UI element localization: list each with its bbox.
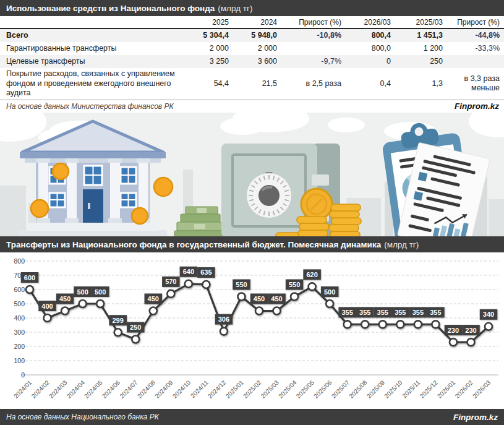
- cell-value: 5 948,0: [233, 30, 281, 42]
- cell-value: 2 000: [192, 43, 233, 55]
- cell-value: 800,0: [346, 43, 395, 55]
- chart-title: Трансферты из Национального фонда в госу…: [6, 240, 381, 249]
- data-point-marker: [467, 338, 474, 346]
- column-header: 2025/03: [395, 17, 447, 28]
- data-label-value: 550: [289, 281, 300, 288]
- table-body: Всего5 304,45 948,0-10,8%800,41 451,3-44…: [0, 29, 504, 100]
- table-title: Использование средств из Национального ф…: [6, 4, 215, 13]
- data-label-value: 355: [342, 309, 353, 316]
- x-axis-tick-label: 2024/07: [118, 379, 139, 400]
- cell-value: -33,3%: [447, 43, 504, 55]
- x-axis-tick-label: 2025/06: [312, 379, 333, 400]
- x-axis-tick-label: 2024/09: [153, 379, 174, 400]
- x-axis-tick-label: 2025/01: [224, 379, 246, 400]
- data-label-value: 500: [324, 288, 335, 296]
- x-axis-tick-label: 2024/06: [101, 379, 122, 400]
- data-point-marker: [344, 320, 351, 328]
- data-point-marker: [450, 338, 457, 346]
- cell-value: 0,4: [346, 78, 395, 90]
- cell-value: 21,5: [233, 78, 281, 90]
- table-source-row: На основе данных Министерства финансов Р…: [0, 100, 504, 113]
- x-axis-tick-label: 2025/10: [383, 379, 404, 400]
- column-header: Прирост (%): [447, 17, 504, 28]
- cell-value: 5 304,4: [192, 30, 233, 42]
- data-point-marker: [202, 281, 210, 288]
- safe-dial-icon: [247, 173, 291, 218]
- monthly-transfers-line-chart: 01002003004005006007008002024/012024/022…: [0, 252, 504, 409]
- chart-title-bar: Трансферты из Национального фонда в госу…: [0, 236, 504, 252]
- cell-value: 1,3: [395, 78, 447, 90]
- data-label-value: 230: [448, 327, 459, 334]
- data-label-value: 500: [95, 288, 106, 296]
- cell-value: 800,4: [346, 30, 395, 42]
- x-axis-tick-label: 2025/12: [418, 379, 439, 400]
- x-axis-tick-label: 2025/11: [401, 379, 421, 399]
- data-point-marker: [361, 320, 369, 328]
- illustration-strip: [0, 113, 504, 236]
- table-row: Гарантированные трансферты2 0002 000800,…: [0, 42, 504, 55]
- table-row: Покрытие расходов, связанных с управлени…: [0, 68, 504, 100]
- x-axis-tick-label: 2024/03: [48, 379, 69, 400]
- data-point-marker: [96, 300, 104, 307]
- x-axis-tick-label: 2026/01: [436, 379, 457, 400]
- x-axis-tick-label: 2024/04: [66, 379, 87, 400]
- data-point-marker: [309, 283, 316, 290]
- y-axis-tick-label: 600: [14, 286, 25, 293]
- data-label-value: 620: [306, 271, 317, 278]
- row-label: Всего: [0, 30, 192, 42]
- x-axis-tick-label: 2025/08: [348, 379, 369, 400]
- row-label: Целевые трансферты: [0, 56, 192, 68]
- data-label-value: 355: [377, 309, 388, 316]
- footer-bar: На основе данных Национального банка РК …: [0, 409, 504, 425]
- data-point-marker: [379, 320, 387, 328]
- table-row: Целевые трансферты3 2503 600-9,7%0250: [0, 55, 504, 68]
- data-point-marker: [273, 307, 281, 315]
- data-label-value: 450: [254, 295, 265, 303]
- cell-value: 3 600: [233, 56, 281, 68]
- x-axis-tick-label: 2025/02: [242, 379, 263, 400]
- cell-value: 3 250: [192, 56, 233, 68]
- data-label-value: 355: [395, 309, 406, 316]
- x-axis-tick-label: 2024/10: [171, 379, 192, 400]
- data-point-marker: [326, 300, 333, 307]
- table-title-bar: Использование средств из Национального ф…: [0, 0, 504, 16]
- cell-value: 250: [395, 56, 447, 68]
- finprom-logo-text: Finprom.kz: [453, 413, 498, 422]
- finprom-logo-text: Finprom.kz: [455, 101, 504, 111]
- data-label-value: 355: [412, 309, 424, 316]
- data-label-value: 400: [41, 303, 53, 310]
- cell-value: 1 200: [395, 43, 447, 55]
- illustration: [0, 113, 504, 236]
- data-label-value: 500: [77, 288, 88, 296]
- x-axis-tick-label: 2026/03: [471, 379, 492, 400]
- table-header-row: 20252024Прирост (%)2026/032025/03Прирост…: [0, 16, 504, 29]
- data-point-marker: [167, 290, 174, 298]
- x-axis-tick-label: 2026/02: [454, 379, 475, 400]
- y-axis-tick-label: 500: [14, 300, 25, 307]
- data-point-marker: [255, 307, 263, 315]
- data-label-value: 450: [148, 295, 159, 303]
- x-axis-tick-label: 2024/01: [12, 379, 33, 400]
- x-axis-tick-label: 2025/04: [277, 379, 298, 400]
- column-header: 2026/03: [346, 17, 395, 28]
- data-point-marker: [185, 280, 192, 288]
- x-axis-tick-label: 2024/12: [207, 379, 228, 400]
- x-axis-tick-label: 2025/03: [260, 379, 281, 400]
- x-axis-tick-label: 2025/05: [295, 379, 316, 400]
- data-point-marker: [237, 293, 245, 301]
- row-label: Гарантированные трансферты: [0, 43, 192, 55]
- cell-value: 2 000: [233, 43, 281, 55]
- x-axis-tick-label: 2025/07: [330, 379, 351, 400]
- data-label-value: 299: [113, 317, 124, 324]
- y-axis-tick-label: 300: [14, 328, 25, 336]
- data-point-marker: [396, 320, 404, 328]
- x-axis-tick-label: 2024/02: [30, 379, 51, 400]
- x-axis-tick-label: 2024/05: [83, 379, 104, 400]
- data-point-marker: [220, 328, 228, 335]
- x-axis-tick-label: 2025/09: [365, 379, 387, 400]
- cell-value: в 2,5 раза: [281, 78, 346, 90]
- data-point-marker: [150, 307, 157, 315]
- data-point-marker: [26, 286, 33, 293]
- data-point-marker: [44, 314, 51, 322]
- chart-title-unit: (млрд тг): [384, 240, 419, 249]
